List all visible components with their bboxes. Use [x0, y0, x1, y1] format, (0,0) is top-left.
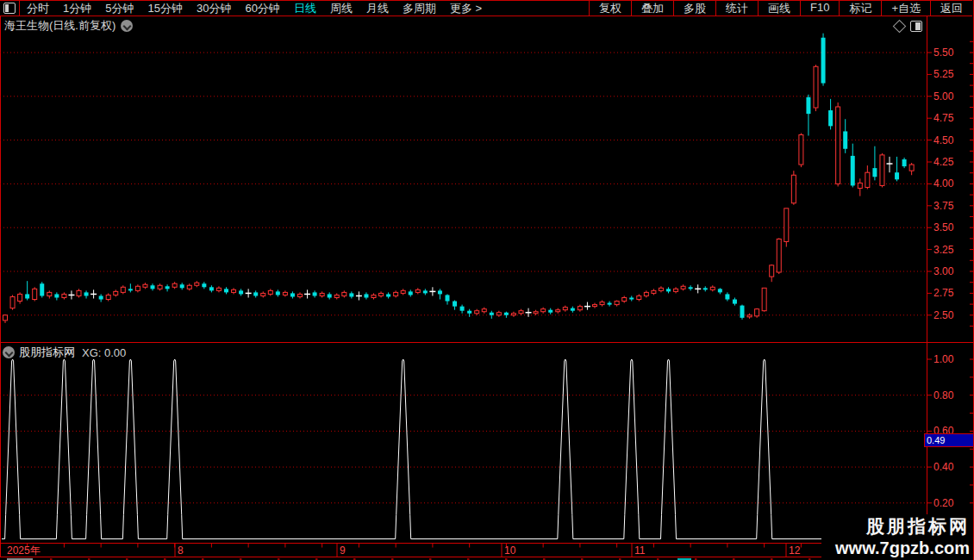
candle — [858, 178, 862, 196]
candle — [770, 264, 774, 282]
time-axis-label: 12 — [789, 544, 801, 557]
chevron-down-icon[interactable] — [3, 346, 15, 358]
signal-spike-line — [2, 359, 912, 539]
menu-item-period[interactable]: 60分钟 — [238, 1, 286, 16]
candle — [725, 292, 729, 301]
candle — [99, 294, 103, 302]
candle — [202, 282, 206, 289]
price-axis-label: 5.50 — [933, 47, 954, 59]
menu-item-tool[interactable]: F10 — [800, 1, 839, 16]
candle — [733, 297, 737, 305]
time-axis-label: 11 — [634, 544, 646, 557]
indicator-value-label: XG: 0.00 — [82, 346, 126, 359]
candle — [784, 208, 789, 247]
candle — [541, 308, 546, 314]
candle — [334, 293, 339, 299]
layout-toggle-button[interactable] — [0, 1, 20, 16]
candle — [77, 289, 81, 297]
top-menubar: 分时1分钟5分钟15分钟30分钟60分钟日线周线月线多周期更多 > 复权叠加多股… — [0, 0, 972, 16]
menu-item-tool[interactable]: 统计 — [715, 1, 758, 16]
indicator-header: 股朋指标网 XG: 0.00 — [3, 345, 126, 360]
time-axis-label: 8 — [178, 544, 184, 557]
candle — [224, 287, 228, 294]
candle — [563, 306, 567, 312]
candle — [216, 286, 221, 292]
candle — [128, 283, 133, 292]
split-pane-icon[interactable] — [910, 21, 922, 32]
menu-item-period[interactable]: 1分钟 — [56, 1, 98, 16]
menu-item-tool[interactable]: 返回 — [930, 1, 972, 16]
menu-item-period[interactable]: 月线 — [359, 1, 396, 16]
menu-item-period[interactable]: 更多 > — [443, 1, 489, 16]
candle — [114, 289, 118, 296]
chart-corner-icons — [895, 21, 922, 32]
candle — [364, 292, 368, 299]
candle — [475, 309, 479, 315]
candle — [644, 290, 648, 297]
candle — [187, 283, 191, 290]
menu-item-period[interactable]: 日线 — [287, 1, 323, 16]
indicator-pane: 1.000.800.600.400.20 — [0, 353, 973, 539]
candle — [615, 301, 619, 307]
candle — [895, 157, 899, 181]
menu-item-tool[interactable]: 复权 — [589, 1, 631, 16]
candle — [652, 289, 656, 295]
candle — [791, 171, 796, 205]
candle — [394, 290, 398, 297]
period-menu: 分时1分钟5分钟15分钟30分钟60分钟日线周线月线多周期更多 > — [20, 1, 489, 16]
candle — [608, 302, 612, 307]
time-axis-label: 2025年 — [7, 544, 41, 557]
menu-item-period[interactable]: 多周期 — [396, 1, 443, 16]
price-axis-label: 4.00 — [933, 177, 954, 190]
candle — [438, 289, 442, 299]
menu-item-tool[interactable]: +自选 — [881, 1, 930, 16]
time-axis-label: 10 — [504, 544, 516, 557]
menu-item-tool[interactable]: 画线 — [758, 1, 800, 16]
menu-item-period[interactable]: 15分钟 — [140, 1, 189, 16]
candle — [135, 284, 140, 292]
candle — [865, 165, 870, 189]
candle — [703, 286, 708, 291]
menu-item-period[interactable]: 30分钟 — [190, 1, 238, 16]
candle — [843, 119, 847, 153]
candle — [143, 283, 147, 289]
candle — [423, 289, 428, 295]
menu-item-period[interactable]: 分时 — [20, 1, 56, 16]
candle — [268, 289, 272, 296]
candle — [304, 289, 310, 298]
diamond-icon[interactable] — [893, 20, 907, 34]
candle — [584, 302, 590, 310]
candle — [276, 289, 280, 296]
candle — [25, 281, 29, 300]
candle — [526, 308, 532, 317]
candle — [18, 292, 22, 303]
candle — [209, 285, 214, 292]
candle — [556, 308, 560, 314]
candle — [496, 311, 501, 317]
menu-item-period[interactable]: 5分钟 — [98, 1, 140, 16]
candle — [40, 282, 44, 297]
chevron-down-icon[interactable] — [121, 20, 133, 32]
candle — [371, 293, 376, 299]
candle — [313, 290, 317, 297]
candle — [548, 308, 553, 314]
candle — [401, 289, 405, 295]
menu-item-tool[interactable]: 多股 — [673, 1, 715, 16]
candle — [681, 284, 685, 290]
candle — [62, 292, 66, 299]
indicator-source-label: 股朋指标网 — [19, 345, 75, 360]
chart-title: 海王生物(日线.前复权) — [4, 18, 116, 34]
menu-item-tool[interactable]: 标记 — [839, 1, 881, 16]
candle — [261, 291, 265, 297]
price-axis-label: 3.25 — [933, 244, 954, 256]
trading-app-window: 5.505.255.004.754.504.254.003.753.503.25… — [0, 0, 974, 560]
candle — [828, 99, 833, 130]
candle — [121, 285, 125, 294]
menu-item-period[interactable]: 周线 — [323, 1, 359, 16]
candle — [356, 291, 362, 300]
candle — [740, 305, 745, 320]
menu-item-tool[interactable]: 叠加 — [631, 1, 673, 16]
price-axis-label: 3.50 — [933, 221, 954, 233]
candle — [902, 158, 907, 168]
axis-value-tag: 0.49 — [924, 433, 974, 447]
